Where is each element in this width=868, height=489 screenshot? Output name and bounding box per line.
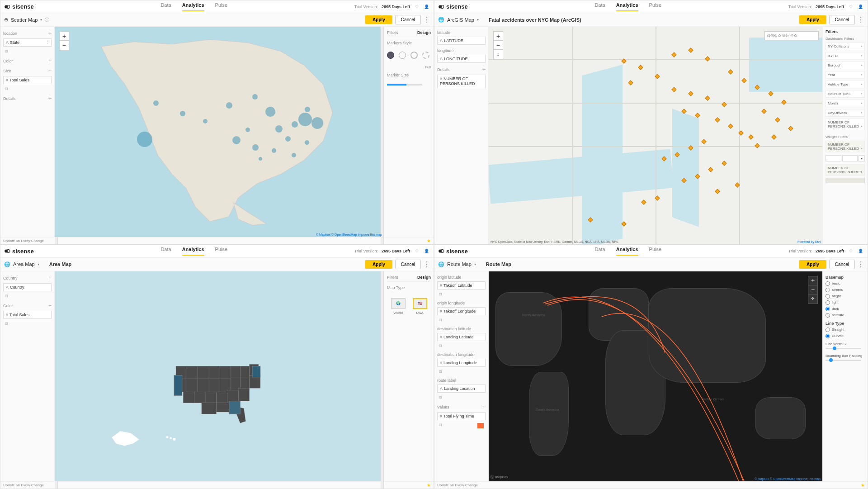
scatter-bubble[interactable] [305, 107, 310, 112]
filter-item[interactable]: Month [826, 100, 865, 107]
line-type-straight[interactable]: Straight [826, 328, 865, 332]
bell-icon[interactable]: ♡ [848, 248, 854, 254]
color-field[interactable]: #Total Sales [3, 311, 52, 319]
add-country-icon[interactable]: + [48, 275, 52, 281]
field-menu-icon[interactable]: ⋮ [46, 40, 50, 44]
values-field[interactable]: #Total Flying Time [437, 412, 486, 420]
apply-button[interactable]: Apply [799, 260, 826, 269]
nav-data[interactable]: Data [160, 247, 171, 256]
widget-type-icon[interactable]: 🌐 [4, 261, 10, 267]
filter-item[interactable]: NUMBER OF PERSONS KILLED [826, 119, 865, 130]
scatter-bubble[interactable] [252, 94, 258, 100]
basemap-bright[interactable]: bright [826, 294, 865, 299]
scatter-bubble[interactable] [203, 119, 208, 123]
chevron-down-icon[interactable]: ▾ [38, 262, 39, 266]
brand-logo[interactable]: sisense [4, 248, 34, 255]
zoom-in-button[interactable]: + [60, 32, 69, 41]
origin-lat-field[interactable]: #Takeoff Latitude [437, 281, 486, 290]
info-icon[interactable]: ⓘ [45, 17, 49, 23]
chevron-down-icon[interactable]: ▾ [477, 18, 479, 22]
apply-button[interactable]: Apply [365, 15, 392, 24]
tab-design[interactable]: Design [417, 30, 431, 35]
user-icon[interactable]: 👤 [424, 248, 430, 254]
location-field[interactable]: AState⋮ [3, 38, 52, 47]
widget-type-icon[interactable]: ⊕ [4, 17, 8, 23]
apply-button[interactable]: Apply [365, 260, 392, 269]
pan-button[interactable]: ✥ [808, 294, 817, 304]
filter-item[interactable]: NUMBER OF PERSONS KILLED [826, 141, 865, 152]
scatter-bubble[interactable] [265, 107, 275, 117]
add-location-icon[interactable]: + [48, 30, 52, 37]
widget-selector[interactable]: Route Map [447, 261, 472, 267]
add-values-icon[interactable]: + [482, 404, 486, 410]
filter-item[interactable]: Borough [826, 62, 865, 69]
scatter-bubble[interactable] [226, 102, 232, 109]
origin-lng-field[interactable]: #Takeoff Longitude [437, 307, 486, 315]
nav-analytics[interactable]: Analytics [616, 2, 638, 11]
line-type-curved[interactable]: Curved [826, 334, 865, 338]
add-color-icon[interactable]: + [48, 303, 52, 309]
zoom-out-button[interactable]: − [808, 285, 817, 294]
tab-design[interactable]: Design [417, 275, 431, 280]
zoom-in-button[interactable]: + [808, 276, 817, 285]
more-icon[interactable]: ⋮ [424, 17, 430, 23]
tab-filters[interactable]: Filters [387, 275, 398, 280]
filter-item[interactable]: DayOfWeek [826, 109, 865, 117]
marker-style-option[interactable] [387, 52, 394, 59]
nav-data[interactable]: Data [594, 2, 605, 11]
scatter-bubble[interactable] [252, 144, 259, 151]
nav-pulse[interactable]: Pulse [649, 247, 662, 256]
cancel-button[interactable]: Cancel [395, 260, 421, 269]
widget-type-icon[interactable]: 🌐 [438, 261, 444, 267]
apply-button[interactable]: Apply [799, 15, 826, 24]
filter-item[interactable]: Hours in TIME [826, 90, 865, 98]
add-size-icon[interactable]: + [48, 68, 52, 74]
scatter-map-canvas[interactable]: + − [55, 27, 384, 237]
basemap-light[interactable]: light [826, 300, 865, 305]
more-icon[interactable]: ⋮ [858, 17, 864, 23]
state-california[interactable] [174, 375, 182, 396]
route-label-field[interactable]: ALanding Location [437, 385, 486, 393]
nav-data[interactable]: Data [160, 2, 171, 11]
dest-lng-field[interactable]: #Landing Longitude [437, 359, 486, 367]
details-field[interactable]: #NUMBER OF PERSONS KILLED [437, 75, 486, 88]
user-icon[interactable]: 👤 [858, 248, 864, 254]
star-icon[interactable]: ★ [427, 238, 431, 243]
chevron-down-icon[interactable]: ▾ [40, 18, 42, 22]
marker-style-option[interactable] [410, 52, 418, 59]
nav-analytics[interactable]: Analytics [182, 247, 204, 256]
cancel-button[interactable]: Cancel [829, 15, 855, 24]
add-details-icon[interactable]: + [482, 66, 486, 73]
filter-item[interactable]: Year [826, 71, 865, 79]
longitude-field[interactable]: ALONGITUDE [437, 55, 486, 63]
country-field[interactable]: ACountry [3, 283, 52, 291]
chevron-down-icon[interactable]: ▾ [474, 262, 476, 266]
star-icon[interactable]: ★ [861, 483, 865, 488]
basemap-basic[interactable]: basic [826, 281, 865, 286]
map-attribution[interactable]: © Mapbox © OpenStreetMap Improve this ma… [755, 477, 821, 480]
filter-item[interactable]: NUMBER OF PERSONS INJURED [826, 164, 865, 176]
filter-item[interactable]: Vehicle Type [826, 81, 865, 88]
brand-logo[interactable]: sisense [438, 248, 468, 255]
brand-logo[interactable]: sisense [438, 3, 468, 10]
star-icon[interactable]: ★ [427, 483, 431, 488]
basemap-streets[interactable]: streets [826, 288, 865, 292]
zoom-out-button[interactable]: − [494, 41, 503, 50]
map-type-usa[interactable]: 🇺🇸USA [413, 298, 427, 315]
nav-data[interactable]: Data [594, 247, 605, 256]
collapse-right-bar[interactable] [381, 27, 384, 237]
state-newyork[interactable] [252, 366, 260, 377]
nav-pulse[interactable]: Pulse [215, 247, 228, 256]
map-type-world[interactable]: 🌍World [391, 298, 406, 315]
route-map-canvas[interactable]: + − ✥ North America South America Indian… [489, 271, 822, 482]
map-attribution[interactable]: © Mapbox © OpenStreetMap Improve this ma… [316, 233, 382, 236]
marker-size-slider[interactable] [387, 84, 422, 85]
more-icon[interactable]: ⋮ [424, 261, 430, 267]
scatter-bubble[interactable] [275, 125, 283, 133]
cancel-button[interactable]: Cancel [395, 15, 421, 24]
arcgis-map-canvas[interactable]: + − ⌂ [489, 27, 822, 244]
scatter-bubble[interactable] [292, 153, 296, 157]
nav-analytics[interactable]: Analytics [182, 2, 204, 11]
search-input[interactable] [764, 31, 819, 40]
zoom-out-button[interactable]: − [60, 41, 69, 50]
